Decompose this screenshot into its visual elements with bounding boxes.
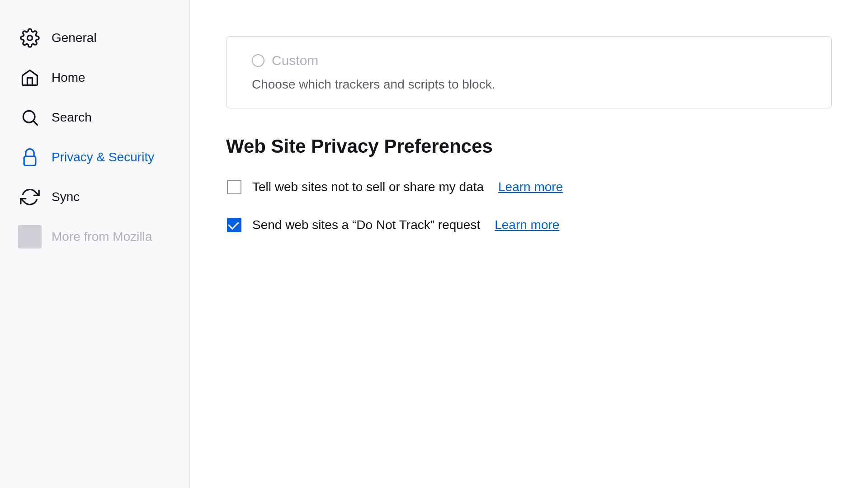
gear-icon	[18, 26, 42, 50]
svg-point-0	[28, 36, 33, 41]
sidebar-item-search[interactable]: Search	[0, 98, 189, 137]
svg-point-1	[23, 111, 35, 122]
do-not-sell-learn-more-link[interactable]: Learn more	[498, 180, 563, 194]
custom-radio-row: Custom	[252, 53, 806, 68]
do-not-track-checkbox[interactable]	[227, 218, 241, 232]
sidebar-item-sync[interactable]: Sync	[0, 177, 189, 217]
sidebar-item-privacy-security-label: Privacy & Security	[52, 150, 154, 164]
sidebar: General Home Search Privacy & Se	[0, 0, 190, 488]
privacy-preferences-title: Web Site Privacy Preferences	[226, 136, 832, 157]
do-not-track-label: Send web sites a “Do Not Track” request	[252, 218, 480, 232]
sidebar-item-general[interactable]: General	[0, 18, 189, 58]
sidebar-item-sync-label: Sync	[52, 190, 80, 204]
preference-row-do-not-track: Send web sites a “Do Not Track” request …	[226, 217, 832, 233]
do-not-track-learn-more-link[interactable]: Learn more	[495, 218, 559, 232]
sidebar-item-privacy-security[interactable]: Privacy & Security	[0, 137, 189, 177]
sidebar-item-search-label: Search	[52, 110, 92, 125]
privacy-preferences-section: Web Site Privacy Preferences Tell web si…	[226, 136, 832, 233]
sidebar-item-home[interactable]: Home	[0, 58, 189, 98]
main-content: Custom Choose which trackers and scripts…	[190, 0, 868, 488]
sidebar-more-mozilla-label: More from Mozilla	[52, 230, 152, 244]
sidebar-item-more-mozilla[interactable]: More from Mozilla	[0, 217, 189, 257]
svg-rect-3	[24, 156, 36, 165]
custom-radio-button[interactable]	[252, 54, 264, 67]
checkbox-container-do-not-sell	[226, 179, 242, 195]
search-icon	[18, 106, 42, 129]
custom-description: Choose which trackers and scripts to blo…	[252, 77, 806, 92]
sidebar-item-home-label: Home	[52, 70, 85, 85]
checkbox-container-do-not-track	[226, 217, 242, 233]
home-icon	[18, 66, 42, 89]
mozilla-icon	[18, 225, 42, 249]
sidebar-item-general-label: General	[52, 31, 97, 45]
svg-line-2	[34, 122, 38, 125]
preference-row-do-not-sell: Tell web sites not to sell or share my d…	[226, 179, 832, 195]
sync-icon	[18, 185, 42, 209]
custom-section: Custom Choose which trackers and scripts…	[226, 36, 832, 108]
do-not-sell-checkbox[interactable]	[227, 180, 241, 194]
do-not-sell-label: Tell web sites not to sell or share my d…	[252, 180, 484, 194]
custom-radio-label: Custom	[272, 53, 318, 68]
lock-icon	[18, 145, 42, 169]
